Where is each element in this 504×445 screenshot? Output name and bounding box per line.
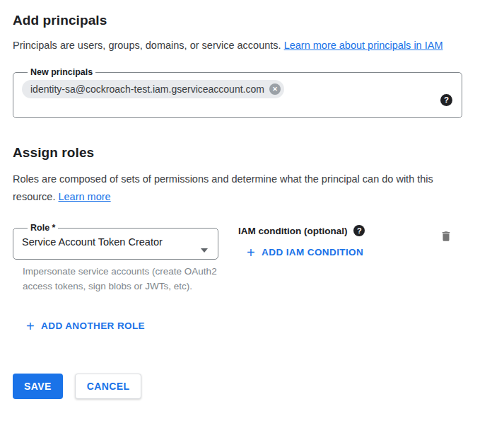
plus-icon: + xyxy=(26,321,35,331)
plus-icon: + xyxy=(247,248,255,258)
intro-description: Principals are users, groups, domains, o… xyxy=(13,37,444,54)
save-button[interactable]: SAVE xyxy=(13,374,63,399)
learn-more-principals-link[interactable]: Learn more about principals in IAM xyxy=(284,40,443,51)
role-selected-value: Service Account Token Creator xyxy=(22,236,209,248)
page-title: Add principals xyxy=(13,13,491,28)
role-binding-row: Role * Service Account Token Creator Imp… xyxy=(13,223,491,294)
add-iam-condition-label: ADD IAM CONDITION xyxy=(262,247,363,258)
add-iam-condition-button[interactable]: + ADD IAM CONDITION xyxy=(247,247,363,258)
chip-remove-button[interactable]: ✕ xyxy=(269,83,281,95)
principal-chip-text: identity-sa@cockroach-test.iam.gservicea… xyxy=(30,83,264,95)
role-helper-text: Impersonate service accounts (create OAu… xyxy=(23,265,221,294)
add-principals-panel: Add principals Principals are users, gro… xyxy=(0,0,504,399)
principals-help[interactable]: ? xyxy=(440,93,452,106)
learn-more-roles-link[interactable]: Learn more xyxy=(58,191,110,202)
iam-condition-label-row: IAM condition (optional) ? xyxy=(238,225,365,236)
dropdown-arrow-icon[interactable] xyxy=(201,253,208,265)
role-label: Role * xyxy=(28,223,58,233)
role-column: Role * Service Account Token Creator Imp… xyxy=(13,223,238,294)
help-icon[interactable]: ? xyxy=(353,225,365,236)
iam-condition-column: IAM condition (optional) ? + ADD IAM CON… xyxy=(238,223,365,294)
new-principals-label: New principals xyxy=(28,67,95,77)
iam-condition-label: IAM condition (optional) xyxy=(238,226,347,236)
assign-roles-title: Assign roles xyxy=(13,145,491,161)
role-select[interactable]: Role * Service Account Token Creator xyxy=(13,223,218,260)
delete-role-button[interactable] xyxy=(438,229,454,244)
help-icon[interactable]: ? xyxy=(440,94,452,106)
add-another-role-button[interactable]: + ADD ANOTHER ROLE xyxy=(26,320,145,331)
intro-text: Principals are users, groups, domains, o… xyxy=(13,40,281,51)
close-icon: ✕ xyxy=(272,86,278,93)
dialog-actions: SAVE CANCEL xyxy=(13,374,491,399)
trash-icon xyxy=(440,234,452,245)
principal-chip: identity-sa@cockroach-test.iam.gservicea… xyxy=(22,80,284,98)
new-principals-field[interactable]: New principals identity-sa@cockroach-tes… xyxy=(13,67,462,118)
add-another-role-label: ADD ANOTHER ROLE xyxy=(41,320,145,331)
cancel-button[interactable]: CANCEL xyxy=(75,374,142,399)
assign-roles-description: Roles are composed of sets of permission… xyxy=(13,171,444,206)
